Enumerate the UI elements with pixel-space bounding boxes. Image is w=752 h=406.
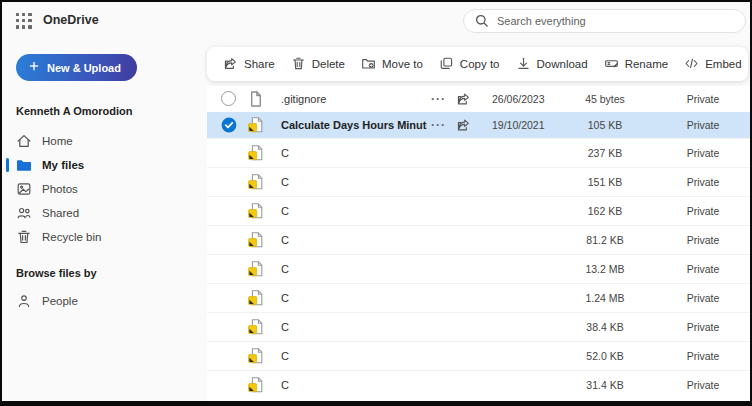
row-share-icon[interactable] [456, 92, 471, 107]
file-size: 38.4 KB [563, 321, 647, 333]
powerbi-file-icon [247, 116, 265, 134]
powerbi-file-icon [247, 231, 265, 249]
toolbar-item-delete[interactable]: Delete [283, 56, 353, 72]
trash-icon [16, 229, 32, 245]
powerbi-file-icon [247, 289, 265, 307]
top-header: OneDrive [2, 2, 750, 40]
sidebar-item-my-files[interactable]: My files [16, 153, 207, 177]
row-checkbox[interactable] [221, 91, 237, 107]
file-sharing-status: Private [667, 147, 739, 159]
file-size: 52.0 KB [563, 350, 647, 362]
file-row[interactable]: C237 KBPrivate [207, 138, 750, 167]
sidebar-item-label: Photos [42, 183, 78, 195]
file-size: 13.2 MB [563, 263, 647, 275]
toolbar-item-move-to[interactable]: Move to [353, 56, 431, 72]
sidebar-item-label: People [42, 295, 78, 307]
sidebar: New & Upload Kenneth A Omorodion HomeMy … [2, 40, 207, 401]
file-size: 162 KB [563, 205, 647, 217]
new-upload-button[interactable]: New & Upload [16, 54, 137, 81]
rename-icon [604, 56, 620, 72]
file-name: C [281, 321, 289, 333]
photos-icon [16, 181, 32, 197]
sidebar-item-shared[interactable]: Shared [16, 201, 207, 225]
row-share-icon[interactable] [456, 118, 471, 133]
move-to-icon [361, 56, 377, 72]
app-launcher-icon[interactable] [16, 13, 32, 29]
file-name: .gitignore [281, 93, 326, 105]
file-row[interactable]: C1.24 MBPrivate [207, 283, 750, 312]
app-title: OneDrive [43, 13, 99, 27]
file-name: C [281, 292, 289, 304]
download-icon [516, 56, 532, 72]
toolbar-item-rename[interactable]: Rename [596, 56, 676, 72]
file-row[interactable]: C81.2 KBPrivate [207, 225, 750, 254]
powerbi-file-icon [247, 202, 265, 220]
browse-files-by-label: Browse files by [16, 267, 207, 279]
file-name: C [281, 263, 289, 275]
file-size: 237 KB [563, 147, 647, 159]
toolbar-item-download[interactable]: Download [508, 56, 596, 72]
file-row[interactable]: C52.0 KBPrivate [207, 341, 750, 370]
toolbar-item-copy-to[interactable]: Copy to [431, 56, 508, 72]
toolbar-item-embed[interactable]: Embed [676, 56, 749, 72]
shared-icon [16, 205, 32, 221]
file-name: Calculate Days Hours Minutes an... [281, 119, 427, 131]
file-sharing-status: Private [667, 176, 739, 188]
file-size: 151 KB [563, 176, 647, 188]
plus-icon [28, 60, 40, 76]
delete-icon [291, 56, 307, 72]
file-sharing-status: Private [667, 321, 739, 333]
file-sharing-status: Private [667, 119, 739, 131]
onedrive-window: OneDrive New & Upload Kenneth A Omorodio… [0, 0, 752, 406]
row-checkbox-checked-icon[interactable] [221, 117, 237, 133]
sidebar-item-label: Shared [42, 207, 79, 219]
generic-file-icon [247, 90, 265, 108]
selection-toolbar: ShareDeleteMove toCopy toDownloadRenameE… [207, 47, 748, 81]
toolbar-item-label: Download [537, 58, 588, 70]
file-row[interactable]: C162 KBPrivate [207, 196, 750, 225]
file-row[interactable]: C38.4 KBPrivate [207, 312, 750, 341]
share-icon [223, 56, 239, 72]
file-row[interactable]: .gitignore···26/06/202345 bytesPrivate [207, 86, 750, 112]
file-sharing-status: Private [667, 93, 739, 105]
file-size: 31.4 KB [563, 379, 647, 391]
file-sharing-status: Private [667, 379, 739, 391]
file-size: 81.2 KB [563, 234, 647, 246]
file-name: C [281, 350, 289, 362]
file-name: C [281, 147, 289, 159]
sidebar-item-recycle-bin[interactable]: Recycle bin [16, 225, 207, 249]
powerbi-file-icon [247, 376, 265, 394]
file-sharing-status: Private [667, 292, 739, 304]
file-row[interactable]: C13.2 MBPrivate [207, 254, 750, 283]
toolbar-item-label: Move to [382, 58, 423, 70]
new-upload-label: New & Upload [47, 62, 121, 74]
file-row[interactable]: Calculate Days Hours Minutes an...···19/… [207, 112, 750, 138]
powerbi-file-icon [247, 260, 265, 278]
file-row[interactable]: C31.4 KBPrivate [207, 370, 750, 399]
person-icon [16, 293, 32, 309]
sidebar-item-home[interactable]: Home [16, 129, 207, 153]
file-name: C [281, 379, 289, 391]
search-bar[interactable] [463, 9, 746, 33]
more-actions-button[interactable]: ··· [431, 92, 446, 106]
file-name: C [281, 205, 289, 217]
search-icon [474, 13, 490, 29]
search-input[interactable] [497, 15, 735, 27]
file-modified-date: 19/10/2021 [492, 119, 545, 131]
user-name: Kenneth A Omorodion [16, 105, 207, 117]
sidebar-item-people[interactable]: People [16, 289, 207, 313]
file-row[interactable]: C151 KBPrivate [207, 167, 750, 196]
sidebar-item-label: Recycle bin [42, 231, 101, 243]
powerbi-file-icon [247, 173, 265, 191]
more-actions-button[interactable]: ··· [431, 118, 446, 132]
file-size: 1.24 MB [563, 292, 647, 304]
embed-icon [684, 56, 700, 72]
copy-to-icon [439, 56, 455, 72]
toolbar-item-share[interactable]: Share [215, 56, 283, 72]
file-size: 105 KB [563, 119, 647, 131]
sidebar-item-photos[interactable]: Photos [16, 177, 207, 201]
file-name: C [281, 176, 289, 188]
file-list: .gitignore···26/06/202345 bytesPrivateCa… [207, 86, 750, 401]
file-modified-date: 26/06/2023 [492, 93, 545, 105]
sidebar-item-label: Home [42, 135, 73, 147]
